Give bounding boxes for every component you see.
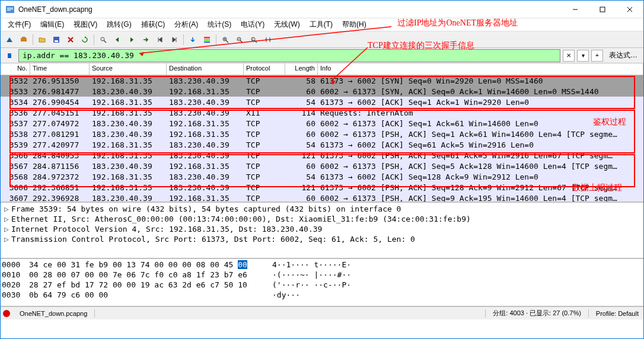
detail-row[interactable]: ▷Transmission Control Protocol, Src Port… (2, 234, 642, 244)
shark-fin-icon[interactable] (3, 33, 16, 46)
app-icon (5, 5, 15, 14)
col-destination[interactable]: Destination (167, 63, 244, 75)
packet-row[interactable]: 3536277.045151192.168.31.35183.230.40.39… (1, 107, 643, 118)
clear-filter-button[interactable]: ✕ (563, 50, 575, 62)
packet-row[interactable]: 3534276.990454192.168.31.35183.230.40.39… (1, 97, 643, 107)
detail-row[interactable]: ▷Internet Protocol Version 4, Src: 192.1… (2, 224, 642, 234)
packet-row[interactable]: 3567284.871156183.230.40.39192.168.31.35… (1, 161, 643, 171)
status-packets: 分组: 4003 · 已显示: 27 (0.7%) (490, 309, 584, 318)
resize-cols-icon[interactable] (262, 33, 275, 46)
apply-filter-button[interactable]: ▾ (577, 50, 589, 62)
packet-row[interactable]: 3533276.981477183.230.40.39192.168.31.35… (1, 86, 643, 97)
separator (485, 309, 486, 318)
menu-file[interactable]: 文件(F) (3, 18, 36, 31)
menu-tools[interactable]: 工具(T) (305, 18, 337, 31)
colorize-icon[interactable] (200, 33, 213, 46)
separator (33, 34, 33, 45)
packet-list-header: No. Time Source Destination Protocol Len… (1, 63, 643, 75)
expand-icon[interactable]: ▷ (4, 235, 11, 244)
svg-rect-8 (21, 38, 27, 41)
forward-icon[interactable] (125, 33, 138, 46)
menu-telephony[interactable]: 电话(Y) (236, 18, 269, 31)
separator (183, 34, 184, 45)
svg-rect-16 (204, 37, 210, 39)
maximize-button[interactable] (589, 1, 616, 18)
packet-bytes-pane[interactable]: 000034 ce 00 31 fe b9 00 13 74 00 00 00 … (1, 259, 643, 306)
menu-wireless[interactable]: 无线(W) (269, 18, 304, 31)
close-button[interactable] (616, 1, 643, 18)
expand-icon[interactable]: ▷ (4, 215, 11, 223)
first-icon[interactable] (154, 33, 167, 46)
menu-analyze[interactable]: 分析(A) (170, 18, 203, 31)
hex-row[interactable]: 000034 ce 00 31 fe b9 00 13 74 00 00 00 … (2, 260, 642, 270)
detail-row[interactable]: ▷Frame 3539: 54 bytes on wire (432 bits)… (2, 204, 642, 214)
display-filter-input[interactable] (18, 49, 560, 62)
toolbar: 1 (1, 31, 643, 48)
svg-line-15 (104, 40, 106, 43)
svg-rect-17 (204, 39, 210, 41)
hex-row[interactable]: 00300b 64 79 c6 00 00·dy··· (2, 290, 642, 300)
packet-details-pane[interactable]: ▷Frame 3539: 54 bytes on wire (432 bits)… (1, 203, 643, 259)
packet-row[interactable]: 3606292.366851192.168.31.35183.230.40.39… (1, 182, 643, 193)
separator (216, 34, 216, 45)
separator (94, 309, 95, 318)
col-time[interactable]: Time (30, 63, 90, 75)
menu-stats[interactable]: 统计(S) (203, 18, 236, 31)
capture-options-icon[interactable] (17, 33, 30, 46)
col-source[interactable]: Source (90, 63, 167, 75)
col-no[interactable]: No. (1, 63, 30, 75)
svg-line-27 (254, 40, 257, 43)
menu-help[interactable]: 帮助(H) (337, 18, 371, 31)
packet-row[interactable]: 3568284.972372192.168.31.35183.230.40.39… (1, 171, 643, 182)
add-filter-button[interactable]: + (591, 50, 603, 62)
menu-bar: 文件(F) 编辑(E) 视图(V) 跳转(G) 捕获(C) 分析(A) 统计(S… (1, 18, 643, 31)
status-profile[interactable]: Profile: Default (594, 310, 641, 317)
packet-row[interactable]: 3532276.951350192.168.31.35183.230.40.39… (1, 75, 643, 86)
menu-edit[interactable]: 编辑(E) (36, 18, 69, 31)
svg-rect-18 (204, 41, 210, 43)
close-file-icon[interactable] (64, 33, 77, 46)
back-icon[interactable] (111, 33, 124, 46)
goto-icon[interactable] (139, 33, 152, 46)
expression-button[interactable]: 表达式… (605, 50, 641, 60)
zoom-out-icon[interactable] (233, 33, 246, 46)
svg-rect-3 (7, 10, 11, 11)
minimize-button[interactable] (562, 1, 589, 18)
packet-row[interactable]: 3607292.396928183.230.40.39192.168.31.35… (1, 193, 643, 203)
detail-row[interactable]: ▷Ethernet II, Src: AtherosC_00:00:00 (00… (2, 214, 642, 224)
svg-line-24 (240, 40, 243, 43)
reload-icon[interactable] (78, 33, 91, 46)
zoom-in-icon[interactable] (219, 33, 232, 46)
col-protocol[interactable]: Protocol (244, 63, 285, 75)
find-icon[interactable] (97, 33, 110, 46)
bookmark-icon[interactable] (3, 49, 16, 62)
packet-row[interactable]: 3537277.074972183.230.40.39192.168.31.35… (1, 118, 643, 129)
svg-rect-1 (7, 8, 13, 8)
menu-go[interactable]: 跳转(G) (102, 18, 136, 31)
col-info[interactable]: Info (318, 63, 643, 75)
col-length[interactable]: Length (285, 63, 318, 75)
window-title: OneNET_down.pcapng (18, 5, 562, 14)
save-icon[interactable] (50, 33, 63, 46)
menu-view[interactable]: 视图(V) (69, 18, 102, 31)
menu-capture[interactable]: 捕获(C) (136, 18, 170, 31)
autoscroll-icon[interactable] (186, 33, 199, 46)
svg-line-20 (226, 40, 228, 43)
packet-list-pane[interactable]: No. Time Source Destination Protocol Len… (1, 63, 643, 203)
hex-row[interactable]: 002028 27 ef bd 17 72 00 00 19 ac 63 2d … (2, 280, 642, 290)
expand-icon[interactable]: ▷ (4, 204, 11, 213)
packet-row[interactable]: 3538277.081291183.230.40.39192.168.31.35… (1, 129, 643, 139)
expand-icon[interactable]: ▷ (4, 225, 11, 234)
filter-bar: ✕ ▾ + 表达式… (1, 48, 643, 63)
status-bar: OneNET_down.pcapng 分组: 4003 · 已显示: 27 (0… (1, 306, 643, 319)
hex-row[interactable]: 001000 28 00 07 00 00 7e 06 7c f0 c0 a8 … (2, 270, 642, 280)
last-icon[interactable] (168, 33, 181, 46)
packet-row[interactable]: 3539277.420977192.168.31.35183.230.40.39… (1, 139, 643, 150)
open-file-icon[interactable] (36, 33, 49, 46)
zoom-reset-icon[interactable]: 1 (247, 33, 260, 46)
expert-info-icon[interactable] (3, 310, 10, 317)
separator (588, 309, 589, 318)
packet-row[interactable]: 3566284.840953192.168.31.35183.230.40.39… (1, 150, 643, 161)
svg-rect-5 (600, 7, 605, 12)
title-bar: OneNET_down.pcapng (1, 1, 643, 18)
